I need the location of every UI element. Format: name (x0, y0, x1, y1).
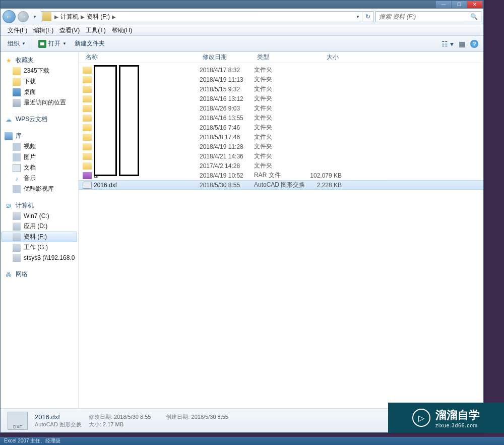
maximize-button[interactable]: ☐ (452, 1, 467, 8)
document-icon (13, 164, 21, 172)
video-icon (13, 185, 21, 193)
nav-bar: ← → ▼ ▶ 计算机 ▶ 资料 (F:) ▶ ▼ ↻ 🔍 (1, 9, 483, 25)
video-icon (13, 143, 21, 151)
toolbar: 组织▼ 打开▼ 新建文件夹 ☷ ▾ ▥ ? (1, 36, 483, 52)
sidebar-item-netdrive[interactable]: stsys$ (\\192.168.0 (2, 253, 77, 263)
file-row[interactable]: 2016.dxf2018/5/30 8:55AutoCAD 图形交换2,228 … (79, 180, 483, 190)
file-type: 文件夹 (254, 66, 306, 74)
file-row[interactable]: 2018/5/8 17:46文件夹 (79, 132, 483, 142)
folder-icon (83, 76, 92, 83)
column-size[interactable]: 大小 (306, 53, 342, 62)
file-row[interactable]: 2017/4/2 14:28文件夹 (79, 161, 483, 171)
path-dropdown[interactable]: ▼ (354, 15, 362, 19)
folder-icon (83, 67, 92, 74)
sidebar-item-documents[interactable]: 文档 (2, 162, 77, 173)
crumb-computer[interactable]: 计算机 (60, 13, 79, 21)
sidebar-item-music[interactable]: ♪音乐 (2, 173, 77, 184)
column-date[interactable]: 修改日期 (200, 53, 254, 62)
menu-help[interactable]: 帮助(H) (109, 26, 136, 35)
search-input[interactable] (379, 13, 470, 20)
file-date: 2018/4/19 10:52 (200, 172, 254, 179)
sidebar-item-f[interactable]: 资料 (F:) (2, 232, 77, 242)
search-box[interactable]: 🔍 (375, 11, 481, 22)
chevron-right-icon: ▶ (79, 14, 87, 20)
file-row[interactable]: 2018/4/16 13:12文件夹 (79, 94, 483, 103)
folder-icon (83, 95, 92, 102)
file-type: 文件夹 (254, 152, 306, 160)
file-type: 文件夹 (254, 161, 306, 170)
open-icon (38, 40, 46, 48)
sidebar-item-pictures[interactable]: 图片 (2, 152, 77, 162)
play-icon: ▷ (412, 409, 430, 427)
watermark: ▷ 溜溜自学 zixue.3d66.com (388, 403, 504, 433)
open-button[interactable]: 打开▼ (36, 38, 69, 49)
file-type: 文件夹 (254, 133, 306, 141)
forward-button[interactable]: → (18, 11, 29, 22)
preview-pane-button[interactable]: ▥ (459, 40, 465, 48)
organize-button[interactable]: 组织▼ (6, 38, 28, 49)
sidebar-item-2345[interactable]: 2345下载 (2, 66, 77, 76)
folder-icon (83, 124, 92, 131)
file-row[interactable]: 2018/4/26 9:03文件夹 (79, 103, 483, 113)
sidebar-network[interactable]: 🖧 网络 (2, 269, 77, 280)
column-type[interactable]: 类型 (254, 53, 306, 62)
menu-edit[interactable]: 编辑(E) (30, 26, 56, 35)
file-date: 2018/4/17 8:32 (200, 67, 254, 74)
history-dropdown[interactable]: ▼ (31, 15, 39, 19)
crumb-drive[interactable]: 资料 (F:) (87, 13, 110, 21)
sidebar-wps[interactable]: ☁ WPS云文档 (2, 114, 77, 125)
sidebar-item-recent[interactable]: 最近访问的位置 (2, 97, 77, 108)
file-size: 2,228 KB (306, 182, 342, 189)
column-name[interactable]: 名称 (83, 53, 200, 62)
file-row[interactable]: 2018/4/21 14:36文件夹 (79, 151, 483, 161)
file-date: 2018/4/19 11:13 (200, 76, 254, 83)
file-row[interactable]: 2018/5/16 7:46文件夹 (79, 123, 483, 132)
help-icon[interactable]: ? (470, 40, 478, 48)
search-icon[interactable]: 🔍 (470, 13, 478, 20)
folder-icon (83, 162, 92, 170)
breadcrumb[interactable]: ▶ 计算机 ▶ 资料 (F:) ▶ ▼ ↻ (41, 11, 373, 22)
file-type: 文件夹 (254, 94, 306, 103)
sidebar-item-desktop[interactable]: 桌面 (2, 87, 77, 97)
file-row[interactable]: 2018/4/19 11:13文件夹 (79, 75, 483, 84)
file-date: 2018/5/16 7:46 (200, 124, 254, 131)
file-row[interactable]: 2018/4/16 13:55文件夹 (79, 113, 483, 123)
separator (32, 39, 32, 49)
pictures-icon (13, 153, 21, 161)
sidebar-libraries[interactable]: 库 (2, 131, 77, 141)
file-size: 102,079 KB (306, 172, 342, 179)
network-icon: 🖧 (5, 270, 13, 279)
menu-bar: 文件(F) 编辑(E) 查看(V) 工具(T) 帮助(H) (1, 25, 483, 36)
file-row[interactable]: 2018/4/19 11:28文件夹 (79, 142, 483, 151)
sidebar-favorites[interactable]: ★ 收藏夹 (2, 55, 77, 66)
sidebar-item-video[interactable]: 视频 (2, 141, 77, 152)
back-button[interactable]: ← (3, 10, 16, 23)
menu-view[interactable]: 查看(V) (56, 26, 83, 35)
menu-tools[interactable]: 工具(T) (83, 26, 108, 35)
computer-icon: 🖳 (5, 202, 13, 210)
refresh-button[interactable]: ↻ (362, 11, 373, 22)
sidebar-item-downloads[interactable]: 下载 (2, 76, 77, 87)
file-row[interactable]: 2018/4/17 8:32文件夹 (79, 65, 483, 75)
sidebar-item-g[interactable]: 工作 (G:) (2, 242, 77, 253)
dxf-icon (83, 182, 92, 189)
file-list: 名称 修改日期 类型 大小 2018/4/17 8:32文件夹2018/4/19… (79, 52, 483, 408)
folder-icon (83, 134, 92, 141)
close-button[interactable]: ✕ (467, 1, 482, 8)
sidebar-item-d[interactable]: 应用 (D:) (2, 221, 77, 232)
file-type: AutoCAD 图形交换 (254, 181, 306, 189)
new-folder-button[interactable]: 新建文件夹 (73, 38, 107, 49)
file-type: 文件夹 (254, 114, 306, 122)
drive-icon (13, 233, 21, 241)
sidebar-item-youku[interactable]: 优酷影视库 (2, 184, 77, 194)
sidebar-item-c[interactable]: Win7 (C:) (2, 211, 77, 221)
file-name: 2016.dxf (94, 182, 200, 189)
minimize-button[interactable]: — (436, 1, 451, 8)
file-row[interactable]: nload2018/5/15 9:32文件夹 (79, 84, 483, 94)
sidebar-computer[interactable]: 🖳 计算机 (2, 200, 77, 211)
library-icon (5, 132, 13, 140)
view-options-button[interactable]: ☷ ▾ (442, 40, 454, 48)
file-date: 2018/4/16 13:12 (200, 95, 254, 102)
file-row[interactable]: ar2018/4/19 10:52RAR 文件102,079 KB (79, 171, 483, 180)
menu-file[interactable]: 文件(F) (5, 26, 30, 35)
